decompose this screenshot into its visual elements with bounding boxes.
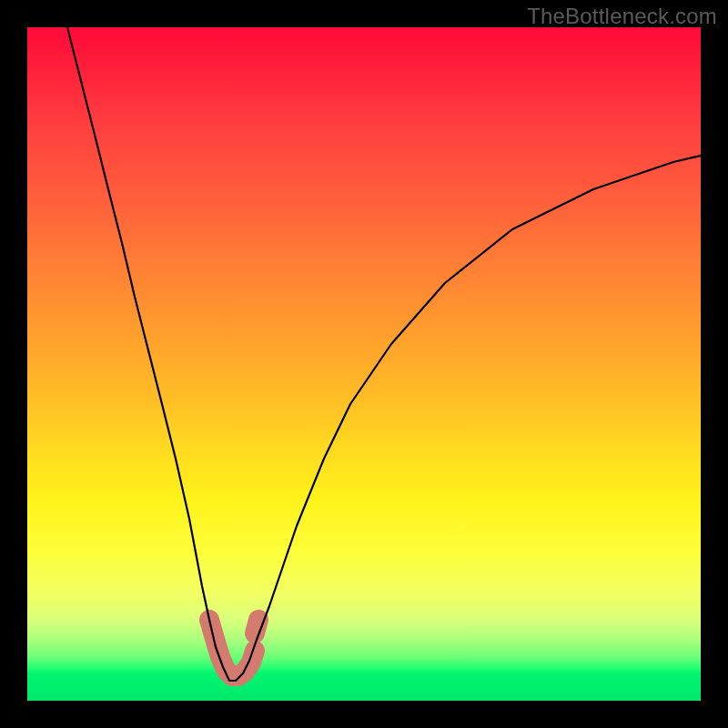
watermark-text: TheBottleneck.com (527, 4, 717, 29)
bottleneck-curve-svg (27, 27, 701, 701)
bottleneck-curve (67, 27, 701, 681)
plot-area (27, 27, 701, 701)
chart-frame: TheBottleneck.com (0, 0, 728, 728)
